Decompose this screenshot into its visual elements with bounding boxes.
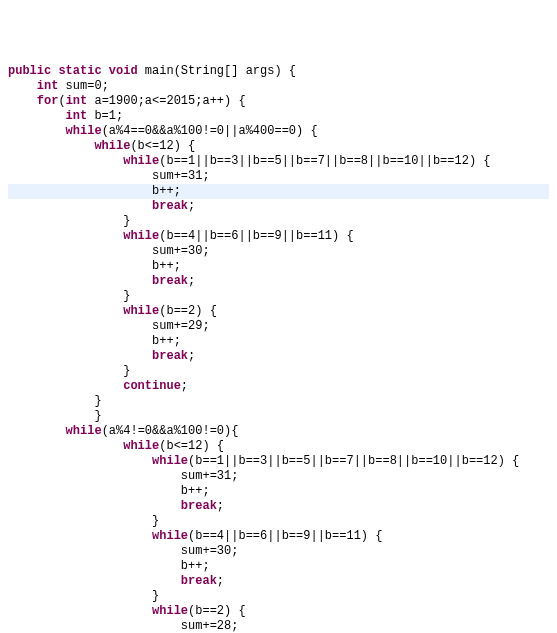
code-line: public static void main(String[] args) { [8,64,549,79]
keyword-token: while [8,139,130,153]
keyword-token: int [66,94,88,108]
code-editor: public static void main(String[] args) {… [8,64,549,633]
text-token: sum+=31; [8,469,238,483]
code-line: } [8,589,549,604]
text-token: sum+=30; [8,544,238,558]
keyword-token: break [8,274,188,288]
text-token: (b==4||b==6||b==9||b==11) { [188,529,382,543]
code-line: sum+=31; [8,469,549,484]
keyword-token: public static void [8,64,138,78]
keyword-token: while [8,529,188,543]
code-line: sum+=30; [8,244,549,259]
text-token: ; [188,349,195,363]
code-line: b++; [8,259,549,274]
text-token: (b==1||b==3||b==5||b==7||b==8||b==10||b=… [188,454,519,468]
code-line: break; [8,349,549,364]
code-line: } [8,409,549,424]
text-token: (b==2) { [159,304,217,318]
code-line: while(b<=12) { [8,439,549,454]
text-token: } [8,364,130,378]
text-token: (b==2) { [188,604,246,618]
keyword-token: while [8,424,102,438]
text-token: b++; [8,559,210,573]
text-token: (b<=12) { [159,439,224,453]
code-line: b++; [8,184,549,199]
keyword-token: int [8,109,87,123]
code-line: int b=1; [8,109,549,124]
text-token: ( [58,94,65,108]
text-token: ; [181,379,188,393]
code-line: for(int a=1900;a<=2015;a++) { [8,94,549,109]
keyword-token: int [8,79,58,93]
keyword-token: while [8,124,102,138]
text-token: (b==4||b==6||b==9||b==11) { [159,229,353,243]
code-line: while(a%4!=0&&a%100!=0){ [8,424,549,439]
keyword-token: break [8,349,188,363]
text-token: (a%4!=0&&a%100!=0){ [102,424,239,438]
code-line: while(b==4||b==6||b==9||b==11) { [8,229,549,244]
text-token: } [8,409,102,423]
code-line: while(b==2) { [8,304,549,319]
code-line: while(b==2) { [8,604,549,619]
text-token: b++; [8,184,181,198]
code-line: while(b==1||b==3||b==5||b==7||b==8||b==1… [8,154,549,169]
text-token: a=1900;a<=2015;a++) { [87,94,245,108]
text-token: ; [188,274,195,288]
text-token: b++; [8,259,181,273]
code-line: sum+=30; [8,544,549,559]
code-line: b++; [8,334,549,349]
keyword-token: continue [8,379,181,393]
code-line: b++; [8,559,549,574]
keyword-token: while [8,604,188,618]
text-token: b=1; [87,109,123,123]
keyword-token: for [8,94,58,108]
text-token: sum+=28; [8,619,238,633]
keyword-token: break [8,499,217,513]
code-line: } [8,394,549,409]
code-line: } [8,289,549,304]
text-token: } [8,394,102,408]
code-line: int sum=0; [8,79,549,94]
code-line: b++; [8,484,549,499]
code-line: sum+=28; [8,619,549,633]
code-line: while(a%4==0&&a%100!=0||a%400==0) { [8,124,549,139]
text-token: sum+=29; [8,319,210,333]
code-line: break; [8,499,549,514]
text-token: ; [217,574,224,588]
code-line: break; [8,574,549,589]
code-line: while(b<=12) { [8,139,549,154]
code-line: sum+=29; [8,319,549,334]
code-line: } [8,514,549,529]
text-token: main(String[] args) { [138,64,296,78]
code-line: } [8,214,549,229]
text-token: ; [217,499,224,513]
text-token: b++; [8,484,210,498]
text-token: } [8,214,130,228]
keyword-token: while [8,304,159,318]
keyword-token: while [8,154,159,168]
keyword-token: while [8,454,188,468]
code-line: continue; [8,379,549,394]
keyword-token: while [8,229,159,243]
text-token: } [8,589,159,603]
text-token: b++; [8,334,181,348]
text-token: } [8,289,130,303]
keyword-token: break [8,199,188,213]
keyword-token: while [8,439,159,453]
code-line: } [8,364,549,379]
code-line: break; [8,274,549,289]
code-line: sum+=31; [8,169,549,184]
code-line: while(b==4||b==6||b==9||b==11) { [8,529,549,544]
text-token: } [8,514,159,528]
text-token: (a%4==0&&a%100!=0||a%400==0) { [102,124,318,138]
code-line: break; [8,199,549,214]
text-token: (b<=12) { [130,139,195,153]
text-token: sum+=31; [8,169,210,183]
code-line: while(b==1||b==3||b==5||b==7||b==8||b==1… [8,454,549,469]
keyword-token: break [8,574,217,588]
text-token: ; [188,199,195,213]
text-token: sum+=30; [8,244,210,258]
text-token: (b==1||b==3||b==5||b==7||b==8||b==10||b=… [159,154,490,168]
text-token: sum=0; [58,79,108,93]
